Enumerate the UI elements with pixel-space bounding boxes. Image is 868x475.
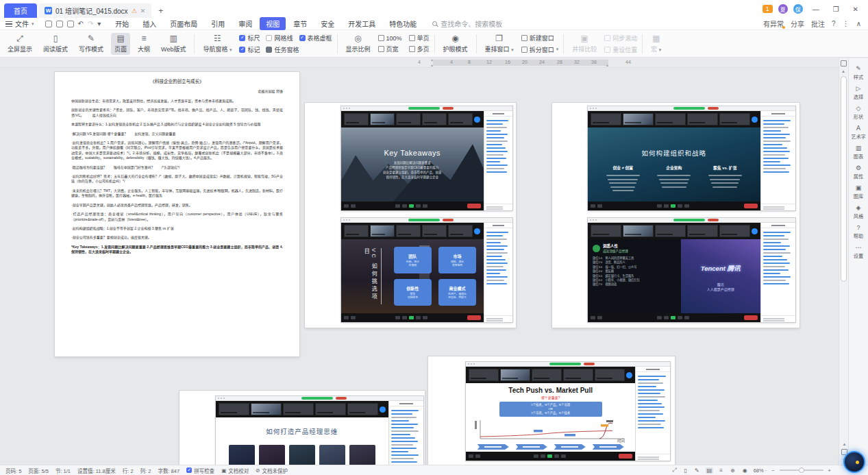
zoom-view-toggle-icon[interactable] xyxy=(626,372,632,378)
fullscreen-button[interactable]: ⤢全屏显示 xyxy=(4,33,36,55)
stop-share-button[interactable] xyxy=(443,219,454,221)
participant-video-tile[interactable] xyxy=(687,113,718,125)
zoom-chat-panel[interactable] xyxy=(388,401,424,465)
participant-video-tile[interactable] xyxy=(396,113,421,125)
customize-toolbar-icon[interactable]: ▾ xyxy=(97,20,101,27)
zoom-in-button[interactable]: + xyxy=(828,467,831,474)
end-meeting-button[interactable] xyxy=(467,204,481,208)
file-menu[interactable]: 文件 ▾ xyxy=(0,19,40,29)
participant-video-tile[interactable] xyxy=(595,369,625,381)
participant-video-tile[interactable] xyxy=(719,225,750,237)
zoom-view-toggle-icon[interactable] xyxy=(474,228,480,234)
menu-item-引用[interactable]: 引用 xyxy=(205,17,231,30)
more-icon[interactable]: ⋮ xyxy=(843,20,850,27)
left-indent-marker[interactable]: ▲ xyxy=(430,64,434,67)
zoom-button[interactable]: ◎显示比例 xyxy=(343,33,374,55)
participant-video-tile[interactable] xyxy=(251,403,282,415)
eye-mode-icon[interactable]: ◉ xyxy=(741,467,749,474)
stop-share-button[interactable] xyxy=(443,107,454,110)
share-button[interactable]: 分享 xyxy=(791,19,804,29)
zoom-slider-knob[interactable] xyxy=(799,467,804,473)
zoom-view-toggle-icon[interactable] xyxy=(752,228,758,234)
single-page-button[interactable]: 单页 xyxy=(409,34,430,42)
document-proof-button[interactable]: ▣文档校对 xyxy=(221,467,249,474)
write-mode-button[interactable]: ✎写作模式 xyxy=(75,33,107,55)
new-tab-button[interactable]: + xyxy=(151,3,170,18)
scrollbar-page-icon[interactable] xyxy=(841,60,847,66)
close-button[interactable]: ✕ xyxy=(849,5,863,13)
participant-video-tile[interactable] xyxy=(283,403,314,415)
participant-video-tile[interactable] xyxy=(315,403,346,415)
participant-video-tile[interactable] xyxy=(591,225,621,237)
horizontal-ruler[interactable]: ▼ ▲ ▲ 4481216202428323644 xyxy=(0,58,848,68)
command-search[interactable]: 查找命令、搜索模板 xyxy=(432,19,502,29)
stop-share-button[interactable] xyxy=(708,107,719,110)
menu-item-视图[interactable]: 视图 xyxy=(260,17,286,30)
notification-badge[interactable]: 1 xyxy=(762,5,773,13)
menu-item-审阅[interactable]: 审阅 xyxy=(232,17,258,30)
zoom-view-toggle-icon[interactable] xyxy=(752,117,758,123)
previous-page-button[interactable]: ▲ xyxy=(843,442,847,446)
menu-item-章节[interactable]: 章节 xyxy=(287,17,313,30)
document-page-4[interactable]: 如何打造产品经理思维 商业嗅觉用户导向用户体验优先与取舍宏观与微观 xyxy=(179,391,425,465)
page-view-icon[interactable]: ▤ xyxy=(706,467,714,474)
end-meeting-button[interactable] xyxy=(744,315,758,320)
redo-icon[interactable]: ↷ xyxy=(88,20,93,27)
read-view-icon[interactable]: ▯ xyxy=(683,467,689,474)
sidebar-item-select[interactable]: ▷选择 xyxy=(853,85,864,100)
zoom-out-button[interactable]: − xyxy=(771,467,774,474)
minimize-button[interactable]: — xyxy=(808,5,823,13)
participant-video-tile[interactable] xyxy=(370,113,395,125)
participant-video-tile[interactable] xyxy=(422,225,447,237)
participant-video-tile[interactable] xyxy=(687,225,718,237)
write-view-icon[interactable]: ✎ xyxy=(693,467,701,474)
sidebar-item-chart[interactable]: ▥图表 xyxy=(853,145,864,160)
tab-home[interactable]: 首页 xyxy=(4,3,37,18)
document-page-2[interactable]: Key Takeaways 发现问题比解决问题更重要产品经理思维是早期CEO最重… xyxy=(305,103,516,328)
ai-assistant-bubble[interactable] xyxy=(843,451,865,473)
sidebar-item-properties[interactable]: ⚙属性 xyxy=(853,165,864,180)
participant-video-tile[interactable] xyxy=(370,225,395,237)
participant-video-tile[interactable] xyxy=(532,369,562,381)
zoom-view-toggle-icon[interactable] xyxy=(380,406,386,413)
print-preview-icon[interactable] xyxy=(67,21,74,27)
read-layout-button[interactable]: ▯阅读版式 xyxy=(40,33,71,55)
status-word-count[interactable]: 字数: 847 xyxy=(158,467,179,474)
sidebar-item-help[interactable]: ?帮助 xyxy=(853,224,864,239)
participant-video-tile[interactable] xyxy=(655,113,686,125)
cloud-sync-status[interactable]: 有异常 xyxy=(763,19,784,29)
participant-video-tile[interactable] xyxy=(591,113,621,125)
collapse-ribbon-icon[interactable]: ∧ xyxy=(856,20,861,27)
nav-pane-button[interactable]: ☷导航窗格 ▾ xyxy=(199,33,235,55)
first-line-indent-marker[interactable]: ▼ xyxy=(430,59,434,62)
sidebar-item-styles[interactable]: ✎样式 xyxy=(853,65,864,80)
save-icon[interactable] xyxy=(45,21,52,27)
participant-video-tile[interactable] xyxy=(448,113,473,125)
ruler-checkbox[interactable]: ✓标尺 xyxy=(239,34,260,42)
sidebar-item-wordart[interactable]: Ａ艺术字 xyxy=(850,125,867,140)
close-tab-icon[interactable]: ✕ xyxy=(140,8,146,14)
new-window-button[interactable]: 新建窗口 xyxy=(521,34,559,42)
menu-item-安全[interactable]: 安全 xyxy=(314,17,340,30)
vertical-scrollbar[interactable]: ▲ ▲ ▼ xyxy=(839,58,848,465)
participant-video-tile[interactable] xyxy=(655,225,686,237)
sidebar-item-settings[interactable]: ⋯设置 xyxy=(853,244,864,259)
rearrange-window-button[interactable]: ❐重排窗口 ▾ xyxy=(482,33,517,55)
zoom-chat-panel[interactable] xyxy=(635,367,670,461)
menu-item-开始[interactable]: 开始 xyxy=(109,17,135,30)
participant-video-tile[interactable] xyxy=(623,225,654,237)
end-meeting-button[interactable] xyxy=(467,315,481,320)
participant-video-tile[interactable] xyxy=(500,369,530,381)
participant-video-tile[interactable] xyxy=(344,225,369,237)
tab-document[interactable]: W 01 培训笔记_0415.docx ⚠ ✕ xyxy=(38,3,151,18)
zoom-chat-panel[interactable] xyxy=(484,223,513,322)
participant-video-tile[interactable] xyxy=(469,369,499,381)
help-icon[interactable]: ? xyxy=(832,20,836,27)
zoom-100-button[interactable]: 100% xyxy=(378,34,402,42)
menu-item-开发工具[interactable]: 开发工具 xyxy=(342,17,382,30)
zoom-slider[interactable] xyxy=(780,470,823,471)
gridlines-checkbox[interactable]: 网格线 xyxy=(266,34,293,42)
protection-status[interactable]: ⊘文档未保护 xyxy=(256,467,288,474)
eye-protection-button[interactable]: ◉护眼模式 xyxy=(440,33,471,55)
document-page-3[interactable]: 如何构建组织和战略 创业 ≠ 创富企业架构聚焦 vs. 扩张 洞悉人性 成就顶级… xyxy=(552,103,799,328)
